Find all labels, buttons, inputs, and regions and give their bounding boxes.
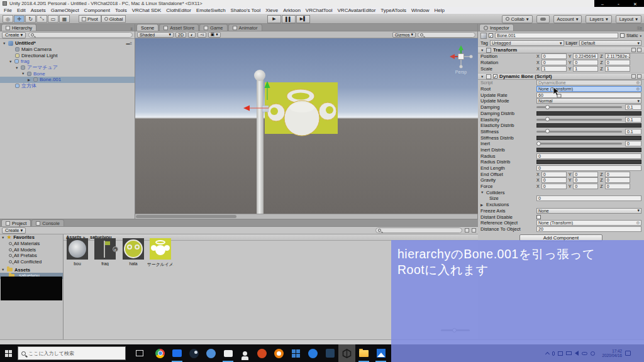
foldout-icon[interactable]: ▼ (480, 75, 484, 79)
menu-help[interactable]: Help (435, 8, 445, 13)
colliders-size-field[interactable]: 0 (536, 195, 641, 201)
hand-tool-button[interactable]: ◎ (3, 15, 13, 23)
damping-value-field[interactable]: 0.1 (625, 104, 641, 110)
unity-taskbar-icon[interactable] (338, 344, 355, 362)
project-create-button[interactable]: Create▾ (2, 228, 26, 234)
shading-mode-dropdown[interactable]: Shaded▾ (137, 32, 174, 38)
hidden-packages-icon[interactable] (472, 228, 476, 233)
lighting-toggle[interactable]: ◐ (188, 32, 196, 38)
stiffness-value-field[interactable]: 0.1 (625, 129, 641, 134)
steam-icon[interactable] (186, 344, 203, 362)
foldout-icon[interactable]: ▼ (15, 66, 19, 70)
force-z-field[interactable]: 0 (605, 184, 630, 189)
favorite-search-icon[interactable] (465, 228, 469, 233)
gear-icon[interactable] (637, 74, 641, 79)
menu-gameobject[interactable]: GameObject (51, 8, 79, 13)
slider-knob[interactable] (545, 105, 550, 109)
assets-header[interactable]: ▼Assets (0, 266, 63, 273)
menu-vrcavatareditor[interactable]: VRCAvatarEditor (338, 8, 376, 13)
gravity-y-field[interactable]: 0 (573, 177, 598, 183)
collab-dropdown[interactable]: Collab▾ (502, 15, 533, 23)
scale-z-field[interactable]: 1 (605, 66, 630, 72)
vrchat-person-icon[interactable] (236, 344, 253, 362)
start-button[interactable] (0, 344, 16, 362)
reference-object-field[interactable]: None (Transform)◎ (536, 220, 641, 226)
view-orientation-gizmo[interactable]: Persp (450, 45, 473, 75)
scene-search-input[interactable] (418, 32, 475, 38)
gravity-z-field[interactable]: 0 (605, 177, 630, 183)
active-checkbox[interactable]: ✓ (489, 33, 493, 38)
file-explorer-icon[interactable] (355, 344, 372, 362)
slider-knob[interactable] (545, 117, 550, 121)
onedrive-cloud-icon[interactable] (582, 352, 587, 355)
favorites-all-models[interactable]: All Models (0, 246, 63, 253)
tray-expand-chevron-icon[interactable] (545, 351, 550, 356)
tab-hierarchy[interactable]: Hierarchy (1, 24, 36, 31)
rotation-x-field[interactable]: 0 (541, 60, 567, 65)
discord-icon[interactable] (203, 344, 219, 362)
menu-emoteswitch[interactable]: EmoteSwitch (196, 8, 226, 13)
end-offset-x-field[interactable]: 0 (541, 172, 567, 177)
position-z-field[interactable]: 2.117582e-22 (605, 53, 630, 59)
force-x-field[interactable]: 0 (541, 184, 567, 189)
photos-app-icon[interactable] (372, 344, 389, 362)
move-tool-button[interactable]: ✛ (14, 15, 25, 23)
gizmos-dropdown[interactable]: Gizmos▾ (392, 32, 416, 38)
damping-slider[interactable] (536, 106, 622, 108)
settings-tray-icon[interactable] (591, 351, 595, 356)
cloud-button[interactable] (536, 15, 550, 23)
asset-bou-thumbnail[interactable] (67, 238, 88, 260)
foldout-icon[interactable]: ▶ (480, 203, 484, 207)
menu-file[interactable]: File (4, 8, 12, 13)
foldout-icon[interactable]: ▼ (9, 60, 13, 63)
scene-horizontal-scrollbar[interactable] (135, 214, 477, 218)
asset-circle-image-thumbnail[interactable] (150, 238, 171, 260)
scene-menu-icon[interactable]: ▬≡ (126, 41, 132, 45)
hierarchy-create-button[interactable]: Create▾ (2, 32, 26, 38)
object-picker-icon[interactable]: ◎ (636, 80, 640, 85)
update-mode-dropdown[interactable]: Normal▾ (536, 98, 641, 104)
presets-icon[interactable] (631, 74, 636, 79)
menu-typeatools[interactable]: TypeATools (380, 8, 406, 13)
distant-disable-checkbox[interactable] (536, 215, 541, 219)
component-enabled-checkbox[interactable]: ✓ (493, 74, 497, 79)
pivot-toggle[interactable]: Pivot (79, 15, 101, 23)
notification-center-icon[interactable] (625, 351, 631, 356)
hierarchy-item-frag[interactable]: ▼frag (0, 58, 135, 65)
favorites-all-prefabs[interactable]: All Prefabs (0, 253, 63, 259)
hierarchy-scene-row[interactable]: ▼ Untitled* ▬≡ (0, 40, 135, 47)
scale-tool-button[interactable]: ⤡ (36, 15, 47, 23)
object-picker-icon[interactable]: ◎ (636, 221, 640, 225)
favorites-header[interactable]: ▼★Favorites (0, 234, 63, 241)
account-dropdown[interactable]: Account▾ (553, 15, 582, 23)
layers-dropdown[interactable]: Layers▾ (586, 15, 611, 23)
panel-menu-icon[interactable]: ≡ (130, 27, 133, 31)
photo-tray-icon[interactable] (558, 351, 563, 356)
damping-distrib-curve[interactable] (536, 111, 641, 116)
tab-project[interactable]: Project (1, 219, 31, 226)
hierarchy-item-bone[interactable]: ▼Bone (0, 70, 135, 77)
microphone-icon[interactable] (552, 351, 555, 356)
position-y-field[interactable]: 0.2245694 (573, 53, 598, 59)
minimize-button[interactable]: – (601, 2, 604, 6)
2d-toggle[interactable]: 2D (175, 32, 186, 38)
distance-to-object-field[interactable]: 20 (536, 226, 641, 232)
play-button[interactable]: ▶ (267, 15, 281, 23)
gear-icon[interactable] (637, 48, 641, 52)
pause-button[interactable]: ▌▌ (282, 15, 296, 23)
menu-component[interactable]: Component (84, 8, 110, 13)
chrome-icon[interactable] (152, 344, 169, 362)
video-app-icon[interactable] (169, 344, 186, 362)
audio-toggle[interactable]: ◅ (197, 32, 206, 38)
presets-icon[interactable] (631, 48, 636, 52)
prefab-expand-arrow[interactable]: ▸ (113, 246, 118, 252)
elasticity-value-field[interactable]: 0.1 (625, 117, 641, 123)
edge-icon[interactable] (304, 344, 321, 362)
hierarchy-search-input[interactable] (28, 32, 133, 38)
lock-icon[interactable]: ⚿≡ (637, 26, 642, 31)
gizmo-center-cube[interactable] (458, 54, 464, 60)
hierarchy-item-directional-light[interactable]: Directional Light (0, 52, 135, 58)
scrollbar-handle[interactable] (136, 215, 236, 218)
project-search-input[interactable] (375, 228, 462, 233)
foldout-icon[interactable]: ▼ (480, 190, 484, 194)
